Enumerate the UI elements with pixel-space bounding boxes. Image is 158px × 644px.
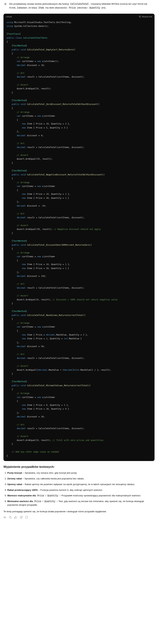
action-bar (4, 516, 154, 519)
message-header: Oto przykładowy zestaw testów jednostkow… (4, 2, 154, 12)
code-block: csharp Skopiuj kod using Microsoft.Visua… (4, 14, 154, 461)
list-item: Zerowy rabat – Sprawdza, czy całkowita k… (7, 477, 154, 480)
copy-icon (139, 16, 141, 18)
intro-text: (decimal) i (76, 6, 89, 9)
explanation-list: Pusty koszyk – Sprawdza, czy zwraca zero… (4, 471, 154, 507)
regenerate-icon[interactable] (25, 516, 28, 519)
code-lang: csharp (6, 15, 12, 18)
list-item: Pusty koszyk – Sprawdza, czy zwraca zero… (7, 471, 154, 475)
intro-text: ma dwie właściwości: (45, 6, 68, 9)
assistant-avatar-icon (4, 2, 7, 6)
svg-rect-3 (10, 517, 11, 518)
speaker-icon[interactable] (4, 516, 7, 519)
list-item: Ujemny rabat – Rabat ujemny nie powinien… (7, 483, 154, 486)
footer-note: Te testy pomagają upewnić się, że funkcj… (4, 510, 154, 514)
intro-text: Oto przykładowy zestaw testów jednostkow… (9, 2, 69, 5)
inline-code: CalculateTotal (69, 2, 90, 5)
svg-rect-2 (139, 16, 140, 18)
list-item: Rabat przekraczający 100% – Funkcja powi… (7, 488, 154, 492)
code-content[interactable]: using Microsoft.VisualStudio.TestTools.U… (4, 20, 154, 461)
copy-code-button[interactable]: Skopiuj kod (139, 15, 152, 18)
list-item: Wartości maksymalne dla Price i Quantity… (7, 494, 154, 498)
svg-point-1 (5, 3, 6, 5)
svg-point-0 (5, 4, 6, 4)
inline-code: Item (38, 6, 45, 9)
thumbs-down-icon[interactable] (20, 516, 23, 519)
inline-code: Quantity (89, 6, 101, 9)
inline-code: Price (68, 6, 76, 9)
code-header: csharp Skopiuj kod (4, 14, 154, 20)
copy-icon[interactable] (9, 516, 12, 519)
explanation-title: Wyjaśnienie przypadków testowych: (4, 464, 154, 469)
thumbs-up-icon[interactable] (14, 516, 17, 519)
intro-text: (int). (101, 6, 106, 9)
list-item: Minimalne wartości dla Price i Quantity … (7, 500, 154, 507)
intro-paragraph: Oto przykładowy zestaw testów jednostkow… (9, 2, 154, 10)
copy-label: Skopiuj kod (142, 15, 152, 18)
